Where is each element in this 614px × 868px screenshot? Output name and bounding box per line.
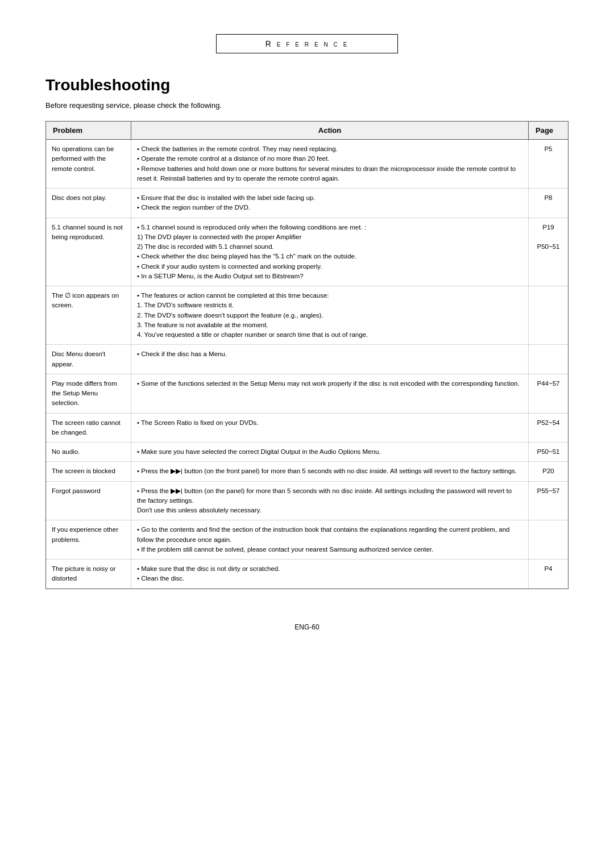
action-cell: • Make sure you have selected the correc…: [131, 443, 529, 462]
problem-header: Problem: [46, 122, 131, 140]
action-cell: • The features or action cannot be compl…: [131, 286, 529, 345]
reference-box: R e f e r e n c e: [216, 34, 398, 53]
action-cell: • Ensure that the disc is installed with…: [131, 189, 529, 218]
problem-cell: If you experience other problems.: [46, 520, 131, 560]
problem-cell: Play mode differs from the Setup Menu se…: [46, 374, 131, 413]
problem-cell: No audio.: [46, 443, 131, 462]
table-row: Play mode differs from the Setup Menu se…: [46, 374, 569, 413]
page-cell: P5: [529, 140, 569, 189]
problem-cell: No operations can be performed with the …: [46, 140, 131, 189]
action-cell: • The Screen Ratio is fixed on your DVDs…: [131, 413, 529, 443]
table-row: The screen is blocked• Press the ▶▶| but…: [46, 462, 569, 481]
problem-cell: The screen ratio cannot be changed.: [46, 413, 131, 443]
reference-title: R e f e r e n c e: [265, 39, 349, 48]
problem-cell: Forgot password: [46, 481, 131, 520]
action-cell: • 5.1 channel sound is reproduced only w…: [131, 218, 529, 286]
page-cell: P20: [529, 462, 569, 481]
problem-cell: Disc Menu doesn't appear.: [46, 345, 131, 374]
action-cell: • Some of the functions selected in the …: [131, 374, 529, 413]
problem-cell: The picture is noisy or distorted: [46, 560, 131, 589]
action-cell: • Check if the disc has a Menu.: [131, 345, 529, 374]
action-cell: • Make sure that the disc is not dirty o…: [131, 560, 529, 589]
troubleshooting-table: Problem Action Page No operations can be…: [45, 121, 569, 589]
page-header: Page: [529, 122, 569, 140]
subtitle: Before requesting service, please check …: [45, 101, 569, 110]
page-cell: P8: [529, 189, 569, 218]
problem-cell: 5.1 channel sound is not being reproduce…: [46, 218, 131, 286]
table-row: Disc does not play.• Ensure that the dis…: [46, 189, 569, 218]
page-cell: P55~57: [529, 481, 569, 520]
table-header-row: Problem Action Page: [46, 122, 569, 140]
action-cell: • Go to the contents and find the sectio…: [131, 520, 529, 560]
table-row: Forgot password• Press the ▶▶| button (o…: [46, 481, 569, 520]
page-cell: P52~54: [529, 413, 569, 443]
page-title: Troubleshooting: [45, 76, 569, 94]
page-cell: [529, 345, 569, 374]
table-row: If you experience other problems.• Go to…: [46, 520, 569, 560]
action-header: Action: [131, 122, 529, 140]
table-row: No operations can be performed with the …: [46, 140, 569, 189]
table-row: Disc Menu doesn't appear.• Check if the …: [46, 345, 569, 374]
table-row: The ∅ icon appears on screen.• The featu…: [46, 286, 569, 345]
page-cell: P19 P50~51: [529, 218, 569, 286]
problem-cell: The screen is blocked: [46, 462, 131, 481]
table-row: The picture is noisy or distorted• Make …: [46, 560, 569, 589]
action-cell: • Press the ▶▶| button (on the front pan…: [131, 462, 529, 481]
page-cell: P44~57: [529, 374, 569, 413]
table-row: 5.1 channel sound is not being reproduce…: [46, 218, 569, 286]
page-number: ENG-60: [294, 623, 319, 631]
action-cell: • Press the ▶▶| button (on the panel) fo…: [131, 481, 529, 520]
problem-cell: The ∅ icon appears on screen.: [46, 286, 131, 345]
page-cell: [529, 520, 569, 560]
page-cell: P4: [529, 560, 569, 589]
page-cell: [529, 286, 569, 345]
problem-cell: Disc does not play.: [46, 189, 131, 218]
table-row: No audio.• Make sure you have selected t…: [46, 443, 569, 462]
table-row: The screen ratio cannot be changed.• The…: [46, 413, 569, 443]
footer: ENG-60: [45, 623, 569, 631]
action-cell: • Check the batteries in the remote cont…: [131, 140, 529, 189]
page-cell: P50~51: [529, 443, 569, 462]
